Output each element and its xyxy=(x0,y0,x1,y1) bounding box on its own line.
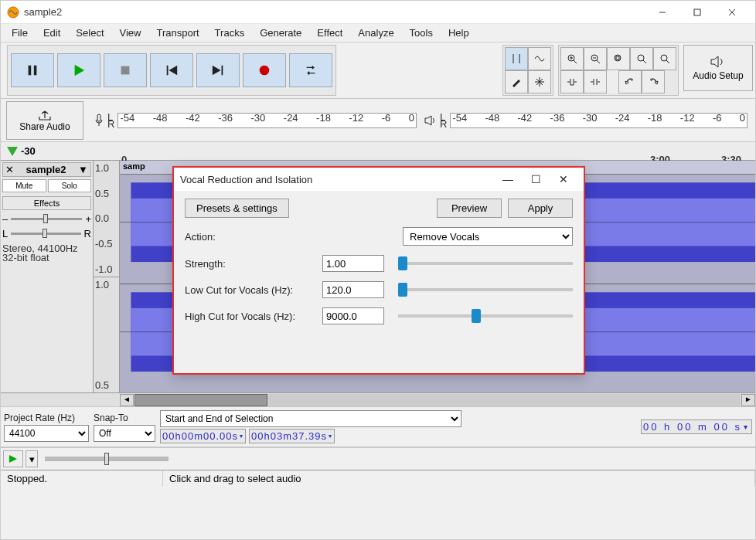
svg-rect-5 xyxy=(29,66,32,76)
menu-select[interactable]: Select xyxy=(68,25,111,41)
play-at-speed-menu[interactable]: ▾ xyxy=(26,450,38,467)
lowcut-input[interactable] xyxy=(322,281,384,298)
mute-button[interactable]: Mute xyxy=(2,179,46,192)
svg-rect-12 xyxy=(222,66,223,76)
toolbar-transport-row: Audio Setup xyxy=(1,42,755,99)
svg-point-27 xyxy=(661,55,667,61)
track-name[interactable]: sample2 xyxy=(26,164,66,175)
skip-end-button[interactable] xyxy=(196,53,240,87)
menu-help[interactable]: Help xyxy=(441,25,477,41)
zoom-in-icon[interactable] xyxy=(560,47,584,70)
envelope-tool-icon[interactable] xyxy=(528,47,551,70)
status-bar: Stopped. Click and drag to select audio xyxy=(1,470,755,487)
scroll-thumb[interactable] xyxy=(135,394,267,406)
lowcut-slider[interactable] xyxy=(398,288,573,291)
highcut-slider[interactable] xyxy=(398,314,573,318)
dialog-minimize-button[interactable]: — xyxy=(494,173,522,185)
presets-settings-button[interactable]: Presets & settings xyxy=(185,199,289,218)
selection-toolbar: Project Rate (Hz) 44100 Snap-To Off Star… xyxy=(1,406,755,447)
toolbar-meter-row: Share Audio LR -54-48-42-36-30-24-18-12-… xyxy=(1,99,755,142)
snap-to-select[interactable]: Off xyxy=(94,425,155,442)
action-select[interactable]: Remove Vocals xyxy=(403,227,573,246)
selection-start-time[interactable]: 00h00m00.00s▾ xyxy=(160,429,246,443)
titlebar: sample2 xyxy=(1,1,755,24)
zoom-out-icon[interactable] xyxy=(584,47,607,70)
playback-meter[interactable]: -54-48-42-36-30-24-18-12-60 xyxy=(450,113,747,128)
svg-rect-9 xyxy=(167,66,169,76)
selection-tool-icon[interactable] xyxy=(505,47,528,70)
speed-slider[interactable] xyxy=(45,457,169,461)
snap-to-label: Snap-To xyxy=(94,413,155,423)
menubar: File Edit Select View Transport Tracks G… xyxy=(1,24,755,42)
menu-file[interactable]: File xyxy=(4,25,36,41)
minimize-button[interactable] xyxy=(645,2,679,23)
selection-mode-select[interactable]: Start and End of Selection xyxy=(160,410,461,427)
strength-input[interactable] xyxy=(322,255,384,272)
record-button[interactable] xyxy=(243,53,286,87)
solo-button[interactable]: Solo xyxy=(48,179,92,192)
menu-edit[interactable]: Edit xyxy=(36,25,68,41)
play-button[interactable] xyxy=(57,53,100,87)
menu-view[interactable]: View xyxy=(112,25,149,41)
loop-button[interactable] xyxy=(289,53,332,87)
audio-setup-button[interactable]: Audio Setup xyxy=(683,45,753,91)
menu-effect[interactable]: Effect xyxy=(309,25,350,41)
lowcut-label: Low Cut for Vocals (Hz): xyxy=(185,284,316,296)
menu-analyze[interactable]: Analyze xyxy=(350,25,401,41)
svg-rect-2 xyxy=(694,9,700,15)
speaker-meter-icon xyxy=(424,114,437,127)
strength-slider[interactable] xyxy=(398,262,573,265)
svg-marker-11 xyxy=(213,66,221,76)
menu-tracks[interactable]: Tracks xyxy=(207,25,253,41)
scroll-left-icon[interactable]: ◄ xyxy=(120,394,134,406)
redo-icon[interactable] xyxy=(642,70,665,93)
lr-label: LR xyxy=(440,114,447,127)
gain-slider[interactable]: – + xyxy=(2,213,91,225)
pan-slider[interactable]: L R xyxy=(2,228,91,239)
menu-transport[interactable]: Transport xyxy=(148,25,206,41)
menu-tools[interactable]: Tools xyxy=(402,25,441,41)
dialog-title: Vocal Reduction and Isolation xyxy=(180,174,494,185)
dialog-titlebar[interactable]: Vocal Reduction and Isolation — ☐ ✕ xyxy=(174,168,584,191)
draw-tool-icon[interactable] xyxy=(505,70,528,93)
window-title: sample2 xyxy=(24,6,645,18)
skip-start-button[interactable] xyxy=(150,53,193,87)
track-control-panel: ✕ sample2 ▼ Mute Solo Effects – + L R St… xyxy=(1,161,94,392)
preview-button[interactable]: Preview xyxy=(437,199,502,218)
pause-button[interactable] xyxy=(11,53,54,87)
close-button[interactable] xyxy=(714,2,749,23)
mic-icon xyxy=(94,114,104,127)
undo-icon[interactable] xyxy=(618,70,642,93)
horizontal-scrollbar[interactable]: ◄ ► xyxy=(1,392,755,406)
action-label: Action: xyxy=(185,231,316,243)
stop-button[interactable] xyxy=(104,53,147,87)
recording-meter[interactable]: -54-48-42-36-30-24-18-12-60 xyxy=(117,113,417,128)
apply-button[interactable]: Apply xyxy=(508,199,573,218)
playhead-icon[interactable] xyxy=(7,147,18,156)
play-at-speed-button[interactable] xyxy=(3,450,23,467)
fit-project-icon[interactable] xyxy=(630,47,653,70)
menu-generate[interactable]: Generate xyxy=(252,25,309,41)
strength-label: Strength: xyxy=(185,258,316,270)
effects-button[interactable]: Effects xyxy=(2,196,91,210)
share-audio-button[interactable]: Share Audio xyxy=(6,101,83,140)
svg-rect-24 xyxy=(616,56,619,59)
lr-label: LR xyxy=(107,114,114,127)
selection-end-time[interactable]: 00h03m37.39s▾ xyxy=(249,429,335,443)
track-menu-icon[interactable]: ▼ xyxy=(78,164,88,175)
dialog-close-button[interactable]: ✕ xyxy=(550,173,577,185)
track-close-icon[interactable]: ✕ xyxy=(5,164,14,175)
silence-icon[interactable] xyxy=(584,70,607,93)
dialog-maximize-button[interactable]: ☐ xyxy=(522,173,550,185)
maximize-button[interactable] xyxy=(679,2,714,23)
fit-selection-icon[interactable] xyxy=(607,47,630,70)
scroll-right-icon[interactable]: ► xyxy=(741,394,755,406)
multi-tool-icon[interactable] xyxy=(528,70,551,93)
speaker-icon xyxy=(710,55,727,69)
project-rate-select[interactable]: 44100 xyxy=(4,425,89,442)
timeline-ruler[interactable]: -30 0 3:00 3:30 xyxy=(1,142,755,161)
zoom-toggle-icon[interactable] xyxy=(653,47,676,70)
trim-icon[interactable] xyxy=(560,70,584,93)
playback-position[interactable]: 00 h 00 m 00 s▾ xyxy=(641,419,752,434)
highcut-input[interactable] xyxy=(322,307,384,324)
